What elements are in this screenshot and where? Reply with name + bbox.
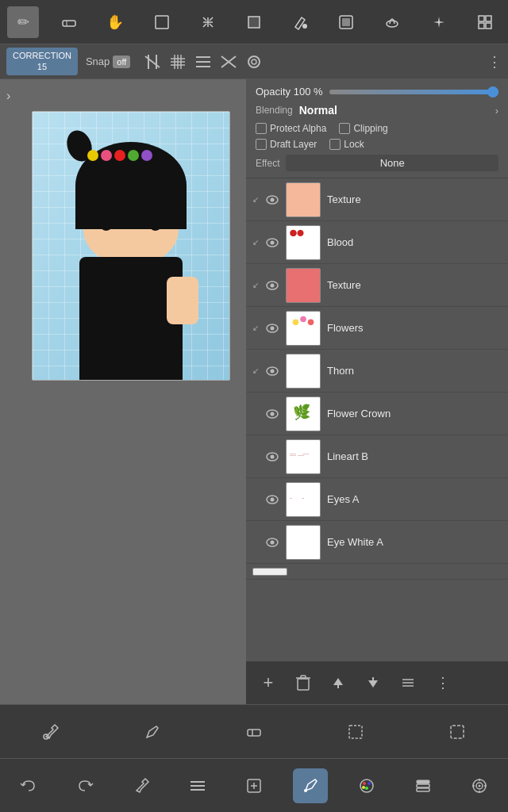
blending-arrow[interactable]: › [495,105,498,117]
eyedropper-tool[interactable] [33,714,68,749]
blending-label: Blending [256,105,293,116]
correction-badge[interactable]: CORRECTION 15 [6,48,78,75]
svg-point-68 [304,789,307,792]
snap-diagonal2-icon[interactable] [217,51,240,73]
add-layer-button[interactable]: + [252,667,284,699]
layer-actions: + ⋮ [246,661,508,704]
selection-tool[interactable] [338,714,373,749]
nav-back[interactable]: ‹ [406,809,441,812]
tool-color2[interactable] [330,6,362,38]
edit-button[interactable] [237,768,271,803]
snap-toggle[interactable]: off [113,56,130,68]
snap-circle-icon[interactable] [243,51,265,73]
svg-rect-51 [301,676,306,678]
lock-label: Lock [344,139,364,150]
layer-item[interactable]: ↙ ⬤⬤ Blood [246,221,508,264]
clipping-box[interactable] [339,123,350,134]
svg-point-42 [271,412,275,416]
snap-grid-icon[interactable] [167,51,189,73]
eye-icon[interactable] [264,362,281,380]
tool-eraser[interactable] [53,6,85,38]
layer-thumbnail [286,182,321,217]
protect-alpha-checkbox[interactable]: Protect Alpha [256,123,326,134]
canvas-arrow[interactable]: › [6,89,10,103]
layer-thumbnail: - - [286,482,321,517]
nav-home[interactable]: ○ [237,809,271,812]
layer-thumbnail [286,311,321,346]
hamburger-menu[interactable] [180,768,215,803]
eye-icon[interactable] [264,534,281,551]
pen-tool[interactable] [135,714,170,749]
nav-menu[interactable]: ||| [67,809,102,812]
eyedropper2-button[interactable] [124,768,159,803]
eye-icon[interactable] [264,405,281,423]
snap-diagonal-icon[interactable] [141,51,164,73]
tool-grid[interactable] [469,6,501,38]
svg-rect-6 [342,18,350,26]
effect-label: Effect [256,158,279,169]
layer-stack-button[interactable] [406,768,441,803]
redo-button[interactable] [67,768,102,803]
more-menu-button[interactable]: ⋮ [487,53,502,71]
effect-row: Effect None [256,155,498,171]
svg-point-44 [271,454,275,458]
lock-checkbox[interactable]: Lock [329,139,364,150]
layer-item[interactable]: ↙ Texture [246,264,508,307]
layer-item[interactable]: ↙ - - Eyes A [246,478,508,521]
svg-point-37 [300,316,306,322]
tool-hand[interactable]: ✋ [99,6,131,38]
color-palette-button[interactable] [349,768,384,803]
undo-button[interactable] [11,768,46,803]
tool-transform[interactable] [192,6,224,38]
svg-rect-10 [479,23,484,29]
eye-icon[interactable] [264,320,281,337]
layer-more-button[interactable]: ⋮ [427,667,459,699]
move-layer-down-button[interactable] [357,667,389,699]
canvas-artwork[interactable] [32,111,230,381]
delete-layer-button[interactable] [287,667,319,699]
svg-rect-61 [451,726,464,738]
pencil-active-button[interactable] [293,768,328,803]
tool-sparkle[interactable] [423,6,455,38]
layer-item[interactable]: ↙ 🌿 Flower Crown [246,393,508,435]
layer-name: Flowers [327,322,502,334]
clipping-checkbox[interactable]: Clipping [339,123,387,134]
tool-select[interactable] [146,6,178,38]
lasso-tool[interactable] [440,714,475,749]
blending-value[interactable]: Normal [299,104,337,117]
draft-layer-checkbox[interactable]: Draft Layer [256,139,317,150]
svg-point-70 [363,782,366,785]
svg-point-7 [387,21,398,27]
tool-fill[interactable] [284,6,316,38]
tool-fill-color[interactable] [238,6,270,38]
eye-icon[interactable] [264,491,281,508]
layer-item[interactable]: ↙ Texture [246,178,508,221]
snap-lines-icon[interactable] [192,51,214,73]
tool-cloud[interactable] [376,6,408,38]
opacity-thumb[interactable] [487,86,498,98]
move-layer-up-button[interactable] [322,667,354,699]
protect-alpha-box[interactable] [256,123,267,134]
layer-item[interactable]: ↙ Thorn [246,350,508,393]
eye-icon[interactable] [264,448,281,465]
target-button[interactable] [462,768,497,803]
tool-pencil[interactable]: ✏ [7,6,39,38]
eye-icon[interactable] [264,234,281,251]
opacity-slider[interactable] [329,90,498,94]
eye-icon[interactable] [264,277,281,294]
svg-point-40 [271,369,275,373]
merge-icon: ↙ [252,366,260,375]
char-hand [167,277,198,324]
eye-icon[interactable] [264,191,281,209]
layer-item[interactable]: ↙ Eye White A [246,521,508,564]
layer-item[interactable] [246,564,508,580]
lock-box[interactable] [329,139,341,150]
effect-value[interactable]: None [286,155,498,171]
layer-list-button[interactable] [392,667,424,699]
svg-point-26 [248,56,260,67]
eraser-tool[interactable] [237,714,271,749]
layer-item[interactable]: ↙ Flowers [246,307,508,350]
layer-item[interactable]: ↙ — — Lineart B [246,435,508,478]
draft-layer-box[interactable] [256,139,267,150]
merge-icon: ↙ [252,281,260,289]
